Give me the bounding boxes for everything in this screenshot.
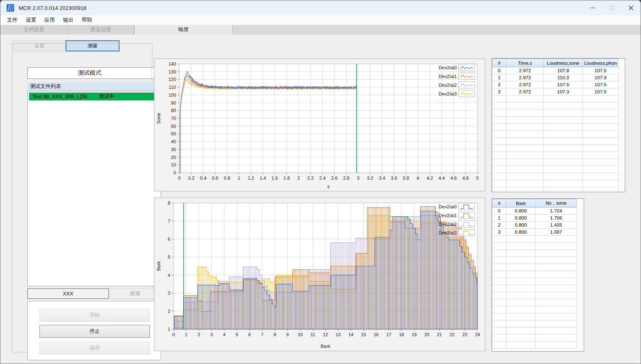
table-cell[interactable] [506,166,544,173]
table-row[interactable] [492,159,619,166]
table-cell[interactable] [506,306,536,313]
table-cell[interactable] [536,342,577,349]
table-cell[interactable]: 0.800 [506,229,536,236]
table-cell[interactable] [506,117,544,124]
table-row[interactable] [492,320,577,327]
table-row[interactable]: 00.8001.724 [492,208,577,215]
table-cell[interactable] [492,236,506,243]
table-cell[interactable] [544,103,583,110]
table-cell[interactable] [506,278,536,285]
table-cell[interactable] [506,264,536,271]
table-cell[interactable] [506,95,544,103]
table-cell[interactable]: 107.8 [544,67,583,74]
table-cell[interactable]: 2.972 [506,81,544,88]
table-cell[interactable] [583,152,619,159]
table-cell[interactable] [536,243,577,250]
table-cell[interactable] [492,110,506,117]
table-cell[interactable] [492,145,506,152]
table-row[interactable] [492,313,577,320]
table-cell[interactable] [506,131,544,138]
table-cell[interactable] [492,335,506,342]
start-button[interactable]: 开始 [39,309,150,322]
tab-2[interactable]: 响度 [134,25,233,34]
table-cell[interactable] [492,152,506,159]
table-cell[interactable] [583,103,619,110]
list-item[interactable]: Test 88_XXX_009_LDN测试中 [29,93,154,100]
table-cell[interactable] [506,285,536,292]
loudness-time-chart[interactable]: 00.20.40.60.811.21.41.61.822.22.42.62.83… [154,59,485,191]
table-cell[interactable]: 110.3 [544,74,583,81]
table-cell[interactable] [544,187,583,193]
table-cell[interactable]: 0.800 [506,222,536,229]
table-cell[interactable] [492,285,506,292]
table-cell[interactable] [492,124,506,131]
table-cell[interactable] [506,110,544,117]
table-cell[interactable] [536,292,577,299]
table-row[interactable] [492,306,577,313]
minimize-button[interactable] [583,0,602,15]
table-row[interactable] [492,250,577,257]
table-cell[interactable] [536,257,577,264]
table-cell[interactable] [506,342,536,349]
tab-0[interactable]: 文档设置 [0,25,68,34]
table-cell[interactable]: 1.097 [536,229,577,236]
table-row[interactable]: 10.8001.706 [492,215,577,222]
table-cell[interactable] [492,250,506,257]
table-cell[interactable]: 0.800 [506,215,536,222]
table-row[interactable]: 30.8001.097 [492,229,577,236]
table-cell[interactable] [492,243,506,250]
table-cell[interactable] [583,166,619,173]
table-scrollbar-track[interactable] [619,68,624,191]
table-row[interactable] [492,327,577,335]
table-cell[interactable] [506,138,544,145]
table-cell[interactable]: 107.9 [583,74,619,81]
table-cell[interactable] [492,278,506,285]
table-scrollbar-track[interactable] [578,208,583,350]
table-cell[interactable]: 2.972 [506,74,544,81]
table-cell[interactable] [536,236,577,243]
menu-item-3[interactable]: 输出 [59,15,78,25]
table-cell[interactable] [506,145,544,152]
table-row[interactable] [492,131,619,138]
tab-1[interactable]: 通道设置 [68,25,134,34]
test-file-list[interactable]: Test 88_XXX_009_LDN测试中 [27,91,161,286]
table-cell[interactable] [492,187,506,193]
table-row[interactable] [492,264,577,271]
table-row[interactable] [492,152,619,159]
table-cell[interactable] [492,299,506,306]
table-cell[interactable] [544,173,583,180]
table-cell[interactable] [492,342,506,349]
table-row[interactable] [492,285,577,292]
table-cell[interactable] [506,320,536,327]
table-row[interactable] [492,292,577,299]
table-cell[interactable]: 2 [492,81,506,88]
xxx-button[interactable]: XXX [27,288,109,299]
table-cell[interactable] [544,110,583,117]
table-cell[interactable]: 3 [492,229,506,236]
table-row[interactable]: 32.972107.3107.5 [492,88,619,95]
table-cell[interactable] [492,313,506,320]
menu-item-2[interactable]: 应用 [40,15,59,25]
table-row[interactable] [492,187,619,193]
table-row[interactable]: 22.972107.5107.5 [492,81,619,88]
table-cell[interactable] [506,152,544,159]
table-row[interactable] [492,243,577,250]
table-cell[interactable] [544,124,583,131]
table-row[interactable] [492,95,619,103]
specific-loudness-chart[interactable]: 0123456789101112131415161718192021222324… [154,198,485,351]
table-cell[interactable]: 2.972 [506,88,544,95]
maximize-button[interactable] [602,0,621,15]
table-cell[interactable]: 0.800 [506,208,536,215]
table-cell[interactable]: 0 [492,208,506,215]
table-cell[interactable]: 2.972 [506,67,544,74]
table-cell[interactable]: 1 [492,74,506,81]
table-cell[interactable] [492,103,506,110]
menu-item-0[interactable]: 文件 [3,15,22,25]
table-cell[interactable] [544,159,583,166]
table-cell[interactable]: 107.3 [544,88,583,95]
table-cell[interactable] [506,187,544,193]
table-row[interactable] [492,342,577,349]
table-cell[interactable] [544,166,583,173]
table-row[interactable]: 12.972110.3107.9 [492,74,619,81]
table-cell[interactable] [492,180,506,187]
